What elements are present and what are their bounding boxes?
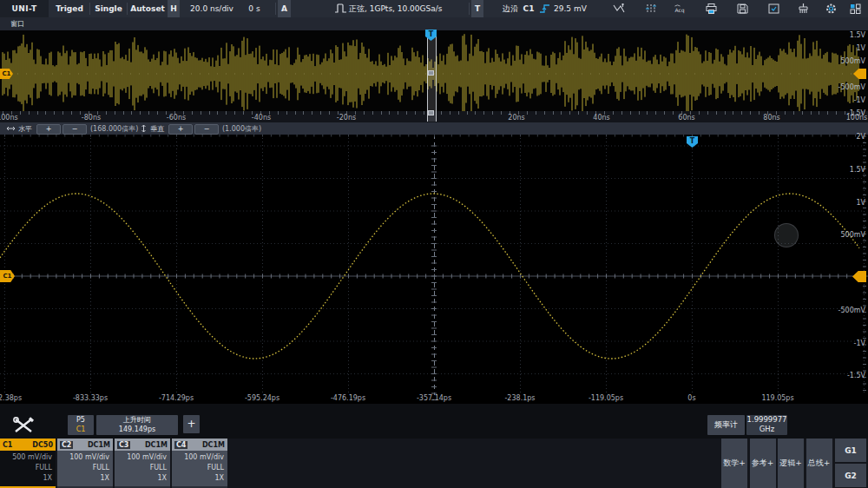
horizontal-zoom-icon: [6, 124, 16, 133]
measure-bar: P5 C1 上升时间 149.149ps + 频率计 1.9999977 GHz: [0, 404, 868, 439]
main-volt-label: -1V: [854, 340, 865, 347]
measure-slot-box[interactable]: P5 C1: [68, 415, 94, 435]
func-button-2[interactable]: 参考+: [750, 439, 776, 488]
timebase-value[interactable]: 20.0 ns/div: [183, 0, 240, 17]
channel-header: C4DC1M: [172, 439, 227, 451]
vzoom-in-button[interactable]: +: [168, 124, 193, 135]
main-time-label: -952.38ps: [0, 394, 22, 402]
measure-value: 149.149ps: [96, 425, 178, 434]
channel-box-c4[interactable]: C4DC1M100 mV/divFULL1X: [172, 439, 227, 488]
brand-logo: UNI-T: [0, 0, 49, 17]
channel-box-c3[interactable]: C3DC1M100 mV/divFULL1X: [115, 439, 170, 488]
group-button-g2[interactable]: G2: [835, 464, 866, 487]
channel-coupling: DC1M: [202, 441, 225, 449]
overview-time-label: 20ns: [508, 114, 524, 122]
channel-header: C3DC1M: [115, 439, 170, 451]
measure-slot: P5: [68, 415, 94, 425]
channel-header: C1DC50: [0, 439, 56, 451]
overview-title-bar: 窗口: [0, 17, 868, 31]
channel-details: 100 mV/divFULL1X: [172, 451, 227, 486]
save-icon[interactable]: [736, 3, 749, 15]
measure-tools-icon[interactable]: [12, 416, 35, 435]
func-button-3[interactable]: 逻辑+: [778, 439, 804, 488]
measure-name: 上升时间: [96, 415, 178, 425]
overview-time-label: -60ns: [167, 114, 186, 122]
vertical-zoom-label: 垂直: [150, 124, 164, 134]
main-waveform-area[interactable]: -952.38ps-833.33ps-714.29ps-595.24ps-476…: [0, 135, 868, 404]
cursor-measure-icon[interactable]: [613, 3, 626, 15]
channel-scale: 100 mV/div: [115, 452, 167, 463]
channel-probe: 1X: [0, 473, 52, 484]
channel-details: 500 mV/divFULL1X: [0, 451, 56, 486]
screenshot-icon[interactable]: [767, 3, 780, 15]
channel-box-c1[interactable]: C1DC50500 mV/divFULL1X: [0, 439, 56, 488]
group-button-g1[interactable]: G1: [835, 439, 866, 462]
zoom-band-handle[interactable]: [428, 110, 434, 115]
measure-value-box[interactable]: 上升时间 149.149ps: [96, 415, 178, 435]
hzoom-out-button[interactable]: −: [62, 124, 87, 135]
channel-scale: 500 mV/div: [0, 452, 52, 463]
overview-time-label: -100ns: [0, 114, 18, 122]
func-button-1[interactable]: 数学+: [721, 439, 747, 488]
channel-probe: 1X: [172, 473, 224, 484]
touch-indicator: [774, 223, 799, 247]
overview-time-label: -80ns: [82, 114, 101, 122]
main-volt-label: 1V: [856, 199, 865, 207]
hzoom-in-button[interactable]: +: [36, 124, 61, 135]
single-button[interactable]: Single: [91, 0, 126, 17]
zoom-window-band[interactable]: [427, 30, 437, 122]
overview-volt-label: 1.5V: [850, 31, 865, 39]
bottom-strip: C1DC50500 mV/divFULL1XC2DC1M100 mV/divFU…: [0, 439, 868, 488]
freq-counter-display: 1.9999977 GHz: [746, 415, 787, 435]
channel-bandwidth: FULL: [172, 463, 224, 473]
svg-text:Acq: Acq: [675, 7, 685, 14]
main-time-label: -595.24ps: [245, 394, 279, 402]
channel-bandwidth: FULL: [0, 463, 52, 473]
overview-time-label: -40ns: [252, 114, 271, 122]
channel-details: 100 mV/divFULL1X: [57, 451, 113, 486]
acquire-key[interactable]: A: [278, 0, 291, 17]
channel-probe: 1X: [57, 473, 109, 484]
horizontal-key[interactable]: H: [168, 0, 180, 17]
vzoom-ratio: (1.000倍率): [222, 124, 261, 134]
deskew-icon[interactable]: [644, 3, 657, 15]
horizontal-zoom-label: 水平: [18, 124, 32, 134]
channel-box-c2[interactable]: C2DC1M100 mV/divFULL1X: [57, 439, 113, 488]
main-time-label: -357.14ps: [417, 394, 451, 402]
channel-id: C4: [174, 441, 187, 449]
overview-time-label: -20ns: [337, 114, 356, 122]
trigger-source[interactable]: C1: [522, 0, 536, 17]
overview-volt-label: 500mV: [840, 57, 865, 65]
channel-scale: 100 mV/div: [172, 452, 224, 463]
horizontal-offset-value[interactable]: 0 s: [244, 0, 265, 17]
channel-scale: 100 mV/div: [57, 452, 109, 463]
trigger-key[interactable]: T: [471, 0, 483, 17]
vertical-zoom-icon: [139, 124, 148, 133]
hzoom-ratio: (168.000倍率): [90, 124, 138, 134]
print-icon[interactable]: [705, 3, 718, 15]
channel-id: C3: [117, 441, 130, 449]
trigger-level-value[interactable]: 29.5 mV: [554, 0, 595, 17]
measure-source: C1: [68, 425, 94, 434]
vzoom-out-button[interactable]: −: [194, 124, 219, 135]
settings-gear-icon[interactable]: [825, 3, 838, 15]
zoom-band-handle[interactable]: [428, 70, 434, 76]
channel-bandwidth: FULL: [57, 463, 109, 473]
channel-details: 100 mV/divFULL1X: [115, 451, 170, 486]
overview-volt-label: -1.5V: [847, 109, 865, 117]
autoset-button[interactable]: Autoset: [128, 0, 167, 17]
channel-id: C1: [3, 441, 12, 449]
main-time-label: -476.19ps: [331, 394, 365, 402]
freq-counter-label: 频率计: [707, 415, 745, 435]
clear-icon[interactable]: [797, 3, 810, 15]
main-volt-label: -1.5V: [847, 372, 865, 379]
main-time-label: 0s: [687, 394, 695, 402]
add-measure-button[interactable]: +: [183, 415, 200, 433]
main-time-label: -119.05ps: [589, 394, 623, 402]
func-button-4[interactable]: 总线+: [806, 439, 832, 488]
overview-time-label: 60ns: [678, 114, 694, 122]
layout-grid-icon[interactable]: [849, 3, 862, 15]
trigger-mode[interactable]: 边沿: [500, 0, 521, 17]
acquire-menu-icon[interactable]: Acq: [674, 3, 691, 15]
trigger-status: Triged: [50, 0, 89, 17]
